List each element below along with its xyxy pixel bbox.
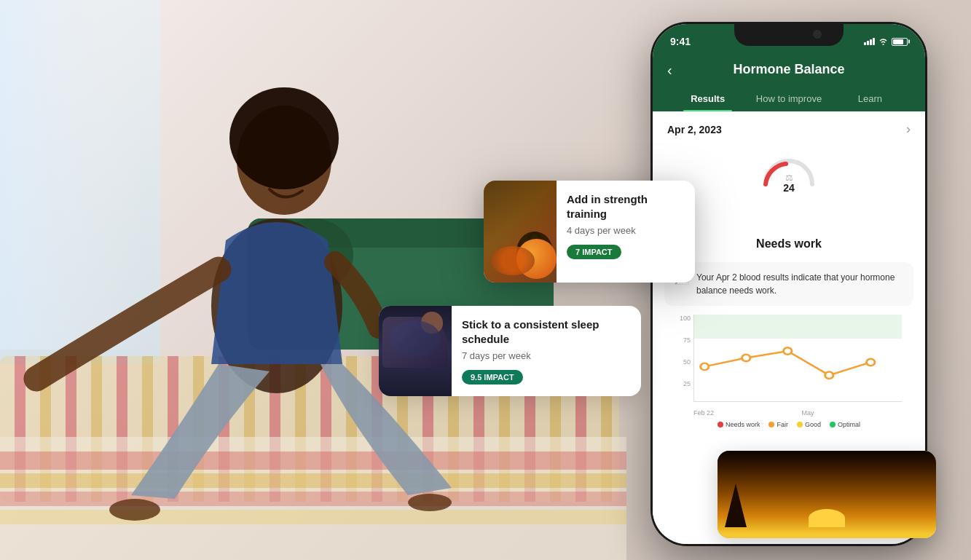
gauge-svg: ⚖ 24 bbox=[752, 137, 825, 210]
chart-y-labels: 100 75 50 25 bbox=[676, 315, 691, 402]
strength-card: Add in strength training 4 days per week… bbox=[484, 181, 695, 283]
sleep-card-title: Stick to a consistent sleep schedule bbox=[462, 318, 631, 346]
svg-rect-2 bbox=[0, 473, 626, 488]
battery-fill bbox=[893, 39, 903, 44]
svg-text:24: 24 bbox=[783, 182, 795, 194]
vitamind-card-image bbox=[718, 451, 790, 538]
legend-optimal-dot bbox=[830, 422, 836, 427]
legend-needs-work-dot bbox=[718, 422, 723, 427]
legend-good-dot bbox=[797, 422, 803, 427]
app-tabs: Results How to improve Learn bbox=[667, 86, 911, 111]
svg-rect-1 bbox=[0, 451, 626, 470]
signal-bars bbox=[864, 38, 875, 45]
tab-how-to-improve[interactable]: How to improve bbox=[748, 86, 829, 111]
svg-point-21 bbox=[867, 359, 875, 366]
legend-good: Good bbox=[797, 421, 821, 428]
svg-point-18 bbox=[742, 355, 750, 362]
signal-bar-2 bbox=[867, 41, 869, 45]
phone-notch bbox=[734, 24, 844, 46]
status-icons bbox=[864, 37, 908, 46]
gauge-container: ⚖ 24 bbox=[752, 151, 825, 195]
sleep-card-image bbox=[379, 306, 452, 396]
app-header: ‹ Hormone Balance Results How to improve… bbox=[653, 56, 925, 111]
svg-point-12 bbox=[109, 499, 160, 521]
sleep-card: Stick to a consistent sleep schedule 7 d… bbox=[379, 306, 641, 396]
app-title: Hormone Balance bbox=[667, 62, 911, 86]
sleep-card-subtitle: 7 days per week bbox=[462, 350, 631, 361]
strength-card-subtitle: 4 days per week bbox=[567, 225, 685, 236]
info-text: Your Apr 2 blood results indicate that y… bbox=[696, 271, 903, 297]
wifi-icon bbox=[878, 37, 889, 46]
legend-needs-work: Needs work bbox=[718, 421, 760, 428]
chart-legend: Needs work Fair Good bbox=[664, 417, 913, 433]
tab-results[interactable]: Results bbox=[667, 86, 748, 111]
date-next-arrow[interactable]: › bbox=[906, 122, 911, 137]
legend-fair: Fair bbox=[768, 421, 788, 428]
battery-icon bbox=[892, 38, 908, 46]
chart-section: 100 75 50 25 bbox=[664, 315, 913, 433]
svg-point-20 bbox=[825, 372, 833, 379]
chart-x-labels: Feb 22 May bbox=[693, 409, 902, 417]
legend-optimal: Optimal bbox=[830, 421, 860, 428]
optimal-band bbox=[694, 315, 902, 339]
vitamind-card: Get adequate Vitamin D 7 days per week 1… bbox=[718, 451, 936, 538]
chart-wrapper: 100 75 50 25 bbox=[676, 315, 902, 417]
strength-card-title: Add in strength training bbox=[567, 192, 685, 221]
sleep-impact-badge: 9.5 IMPACT bbox=[462, 370, 523, 384]
sleep-card-content: Stick to a consistent sleep schedule 7 d… bbox=[452, 306, 641, 396]
strength-card-content: Add in strength training 4 days per week… bbox=[557, 181, 695, 283]
chart-area bbox=[693, 315, 902, 402]
signal-bar-1 bbox=[864, 42, 866, 45]
back-button[interactable]: ‹ bbox=[667, 62, 672, 79]
svg-rect-3 bbox=[0, 492, 626, 506]
info-box: 📈 Your Apr 2 blood results indicate that… bbox=[664, 262, 913, 306]
svg-point-14 bbox=[784, 162, 788, 166]
strength-impact-badge: 7 IMPACT bbox=[567, 245, 621, 259]
signal-bar-4 bbox=[873, 38, 875, 45]
svg-rect-4 bbox=[0, 510, 626, 524]
svg-point-19 bbox=[784, 347, 792, 355]
svg-point-11 bbox=[229, 87, 339, 189]
notch-camera bbox=[813, 30, 822, 39]
tab-learn[interactable]: Learn bbox=[830, 86, 911, 111]
svg-point-17 bbox=[701, 363, 709, 371]
gauge-status-label: Needs work bbox=[756, 237, 822, 251]
svg-rect-8 bbox=[0, 0, 146, 350]
signal-bar-3 bbox=[870, 39, 872, 45]
date-text: Apr 2, 2023 bbox=[667, 124, 722, 135]
strength-card-image bbox=[484, 181, 557, 283]
legend-fair-dot bbox=[768, 422, 774, 427]
status-time: 9:41 bbox=[670, 36, 691, 47]
svg-point-13 bbox=[408, 494, 452, 511]
svg-text:⚖: ⚖ bbox=[785, 173, 793, 183]
